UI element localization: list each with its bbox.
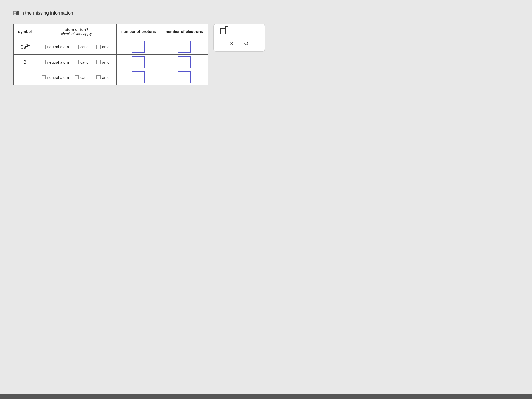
electrons-input-row0[interactable] [178,41,191,53]
side-panel: × ↺ [213,24,265,52]
protons-input-row2[interactable] [132,71,145,83]
checkbox-label-neutral_atom-row1: neutral atom [47,60,69,64]
table-header-row: symbol atom or ion? check all that apply… [14,24,208,39]
table-container: symbol atom or ion? check all that apply… [13,24,208,85]
table-row: Ineutral atomcationanion [14,70,208,85]
checkbox-input-anion-row2[interactable] [96,75,101,79]
table-row: Ca2+neutral atomcationanion [14,39,208,55]
checkbox-input-cation-row0[interactable] [75,45,79,49]
symbol-cell-1: B [14,55,37,70]
protons-cell-2 [116,70,161,85]
checkbox-cell-1: neutral atomcationanion [37,55,116,70]
side-panel-actions: × ↺ [220,40,258,47]
checkbox-anion-row2[interactable]: anion [96,75,112,80]
protons-input-row0[interactable] [132,41,145,53]
checkbox-label-anion-row1: anion [102,60,112,64]
main-table: symbol atom or ion? check all that apply… [13,24,208,85]
electrons-cell-1 [161,55,208,70]
undo-icon: ↺ [244,40,249,47]
superscript-box-icon [220,28,226,36]
checkbox-label-neutral_atom-row0: neutral atom [47,45,69,49]
symbol-cell-2: I [14,70,37,85]
checkbox-cell-2: neutral atomcationanion [37,70,116,85]
checkbox-input-cation-row1[interactable] [75,60,79,64]
checkbox-anion-row0[interactable]: anion [96,45,112,49]
checkbox-label-neutral_atom-row2: neutral atom [47,75,69,80]
electrons-cell-0 [161,39,208,55]
checkbox-input-neutral_atom-row0[interactable] [42,45,46,49]
content-area: symbol atom or ion? check all that apply… [13,24,519,85]
page-title: Fill in the missing information: [13,10,519,16]
checkbox-cation-row1[interactable]: cation [75,60,91,64]
checkbox-neutral_atom-row1[interactable]: neutral atom [42,60,69,64]
checkbox-label-cation-row2: cation [80,75,91,80]
electrons-input-row1[interactable] [178,56,191,68]
protons-cell-0 [116,39,161,55]
checkbox-neutral_atom-row0[interactable]: neutral atom [42,45,69,49]
col-header-protons: number of protons [116,24,161,39]
side-panel-top [220,28,258,36]
checkbox-label-anion-row0: anion [102,45,112,49]
table-row: Bneutral atomcationanion [14,55,208,70]
checkbox-input-anion-row0[interactable] [96,45,101,49]
checkbox-input-neutral_atom-row2[interactable] [42,75,46,79]
protons-cell-1 [116,55,161,70]
checkbox-input-anion-row1[interactable] [96,60,101,64]
checkbox-anion-row1[interactable]: anion [96,60,112,64]
col-header-electrons: number of electrons [161,24,208,39]
super-box-icon [225,26,228,29]
checkbox-cation-row2[interactable]: cation [75,75,91,80]
checkbox-label-cation-row0: cation [80,45,91,49]
protons-input-row1[interactable] [132,56,145,68]
undo-button[interactable]: ↺ [244,40,249,47]
electrons-cell-2 [161,70,208,85]
clear-button[interactable]: × [230,40,234,47]
checkbox-input-neutral_atom-row1[interactable] [42,60,46,64]
atom-or-ion-label: atom or ion? [65,27,88,32]
symbol-cell-0: Ca2+ [14,39,37,55]
x-icon: × [230,40,234,47]
col-header-symbol: symbol [14,24,37,39]
bottom-bar [0,394,532,399]
electrons-input-row2[interactable] [178,71,191,83]
checkbox-cation-row0[interactable]: cation [75,45,91,49]
checkbox-input-cation-row2[interactable] [75,75,79,79]
checkbox-neutral_atom-row2[interactable]: neutral atom [42,75,69,80]
checkbox-label-anion-row2: anion [102,75,112,80]
checkbox-cell-0: neutral atomcationanion [37,39,116,55]
atom-or-ion-sublabel: check all that apply [42,32,112,36]
checkbox-label-cation-row1: cation [80,60,91,64]
main-box-icon [220,28,226,34]
col-header-atom-or-ion: atom or ion? check all that apply [37,24,116,39]
